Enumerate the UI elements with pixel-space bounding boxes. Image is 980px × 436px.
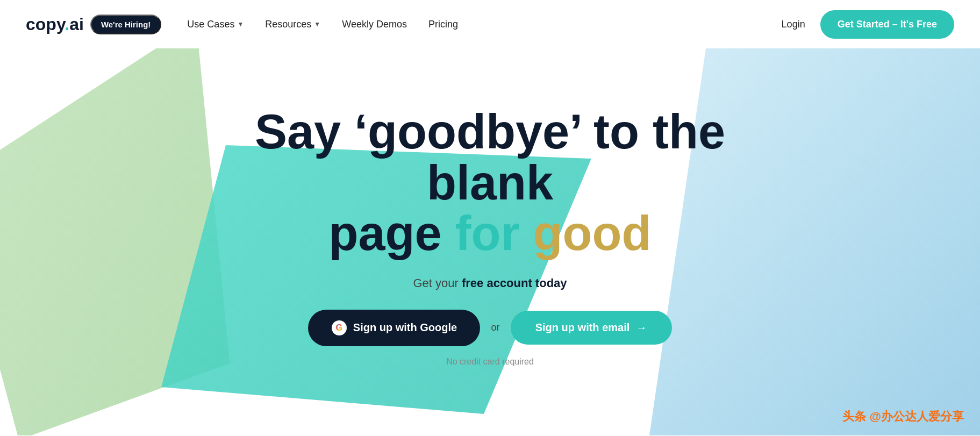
no-credit-text: No credit card required [195, 357, 786, 367]
hiring-badge-button[interactable]: We're Hiring! [90, 15, 161, 34]
hero-title: Say ‘goodbye’ to the blank page for good [195, 106, 786, 259]
watermark: 头条 @办公达人爱分享 [842, 409, 964, 425]
email-btn-label: Sign up with email [535, 321, 630, 334]
google-icon: G [332, 320, 347, 335]
arrow-icon: → [636, 321, 647, 334]
hero-content: Say ‘goodbye’ to the blank page for good… [195, 106, 786, 367]
logo-dot: . [65, 15, 69, 34]
google-signup-button[interactable]: G Sign up with Google [308, 310, 480, 346]
logo-prefix: copy [26, 15, 65, 34]
nav-right: Login Get Started – It's Free [782, 10, 954, 39]
cta-row: G Sign up with Google or Sign up with em… [195, 310, 786, 346]
hero-title-line2: page for good [329, 206, 652, 260]
chevron-down-icon: ▼ [237, 20, 244, 28]
get-started-button[interactable]: Get Started – It's Free [820, 10, 954, 39]
nav-resources[interactable]: Resources ▼ [265, 19, 320, 30]
logo: copy.ai We're Hiring! [26, 15, 161, 34]
hero-title-page: page [329, 206, 455, 260]
nav-use-cases[interactable]: Use Cases ▼ [187, 19, 244, 30]
hero-subtitle-prefix: Get your [413, 276, 461, 290]
navbar: copy.ai We're Hiring! Use Cases ▼ Resour… [0, 0, 980, 48]
nav-pricing[interactable]: Pricing [428, 19, 458, 30]
google-btn-label: Sign up with Google [353, 321, 457, 334]
login-button[interactable]: Login [782, 19, 805, 30]
hero-subtitle-bold: free account today [462, 276, 567, 290]
hero-section: Say ‘goodbye’ to the blank page for good… [0, 48, 980, 435]
or-divider: or [491, 322, 499, 333]
logo-suffix: ai [69, 15, 84, 34]
email-signup-button[interactable]: Sign up with email → [511, 311, 672, 345]
nav-weekly-demos[interactable]: Weekly Demos [342, 19, 407, 30]
hero-title-good: good [533, 206, 652, 260]
chevron-down-icon: ▼ [314, 20, 320, 28]
hero-title-line1: Say ‘goodbye’ to the blank [255, 105, 725, 210]
hero-title-for: for [455, 206, 520, 260]
hero-subtitle: Get your free account today [195, 276, 786, 290]
nav-links: Use Cases ▼ Resources ▼ Weekly Demos Pri… [187, 19, 781, 30]
logo-text: copy.ai [26, 15, 84, 34]
